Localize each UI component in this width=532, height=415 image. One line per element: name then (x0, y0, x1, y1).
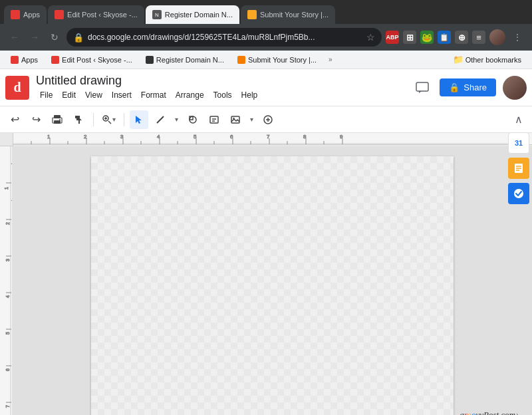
side-panel: 31 (505, 130, 532, 207)
browser-window: Apps Edit Post ‹ Skyose -... N Register … (0, 0, 532, 415)
bookmark-register[interactable]: Register Domain N... (142, 55, 228, 65)
line-dropdown[interactable]: ▾ (172, 114, 181, 124)
svg-text:3: 3 (120, 134, 124, 140)
select-tool[interactable] (130, 110, 148, 129)
svg-text:9: 9 (340, 134, 343, 140)
ext-icon4[interactable]: 📋 (438, 31, 451, 44)
svg-text:7: 7 (267, 134, 270, 140)
bookmark-apps[interactable]: Apps (7, 55, 42, 65)
shape-tool[interactable] (184, 110, 202, 129)
toolbar: ↩ ↪ ▾ (0, 106, 532, 133)
svg-line-6 (108, 121, 111, 124)
ext-abp[interactable]: ABP (386, 31, 399, 44)
svg-text:6: 6 (230, 134, 233, 140)
folder-icon: 📁 (453, 55, 464, 65)
nav-bar: ← → ↻ 🔒 docs.google.com/drawings/d/12596… (0, 24, 532, 51)
line-caret-icon: ▾ (175, 116, 178, 123)
svg-rect-12 (210, 116, 218, 123)
canvas-with-ruler: 1 2 3 4 5 6 7 (0, 146, 532, 415)
image-tool[interactable] (226, 110, 245, 129)
svg-line-9 (157, 116, 164, 123)
bookmark-editpost[interactable]: Edit Post ‹ Skyose -... (47, 55, 136, 65)
paint-format-button[interactable] (69, 110, 88, 129)
textbox-tool[interactable] (205, 110, 223, 129)
menu-format[interactable]: Format (137, 89, 170, 101)
svg-text:8: 8 (303, 134, 307, 140)
menu-help[interactable]: Help (237, 89, 262, 101)
menu-insert[interactable]: Insert (108, 89, 136, 101)
menu-file[interactable]: File (36, 89, 57, 101)
svg-point-4 (59, 119, 61, 120)
other-bookmarks-folder[interactable]: 📁 Other bookmarks (449, 53, 525, 66)
toolbar-separator2 (124, 113, 124, 126)
svg-text:5: 5 (5, 332, 10, 335)
menu-dots[interactable]: ⋮ (509, 29, 525, 45)
svg-text:1: 1 (47, 134, 51, 140)
bookmarks-more[interactable]: » (329, 56, 332, 63)
calendar-side-icon[interactable]: 31 (508, 132, 529, 154)
canvas-checkerboard (91, 156, 454, 415)
nav-right: ABP ⊞ 🐸 📋 ⊕ ≡ ⋮ (386, 29, 525, 45)
tab-apps[interactable]: Apps (4, 5, 47, 24)
ext-icon6[interactable]: ≡ (472, 31, 485, 44)
drawing-canvas[interactable] (91, 156, 454, 415)
share-label: Share (464, 82, 487, 92)
svg-rect-3 (54, 120, 61, 124)
ext-icon3[interactable]: 🐸 (420, 31, 434, 44)
app-header: d Untitled drawing File Edit View Insert… (0, 69, 532, 106)
forward-button[interactable]: → (27, 29, 43, 45)
share-button[interactable]: 🔒 Share (440, 78, 496, 96)
line-tool[interactable] (151, 110, 170, 129)
image-caret-icon: ▾ (250, 116, 253, 123)
app-menu: File Edit View Insert Format Arrange Too… (36, 89, 412, 101)
user-avatar[interactable] (489, 29, 505, 45)
tasks-side-icon[interactable] (508, 183, 529, 204)
watermark: groovyPost.com› (460, 409, 519, 415)
zoom-caret: ▾ (112, 116, 116, 123)
menu-arrange[interactable]: Arrange (172, 89, 208, 101)
back-button[interactable]: ← (7, 29, 23, 45)
tab-register[interactable]: N Register Domain N... (146, 5, 239, 24)
svg-rect-49 (0, 146, 12, 415)
svg-text:5: 5 (194, 134, 197, 140)
logo-char: d (13, 80, 21, 95)
ruler-area: 1 2 3 4 5 6 7 8 9 (0, 133, 532, 415)
svg-rect-0 (416, 82, 428, 91)
bookmarks-bar: Apps Edit Post ‹ Skyose -... Register Do… (0, 51, 532, 69)
more-tool[interactable] (259, 110, 277, 129)
menu-view[interactable]: View (81, 89, 106, 101)
svg-text:6: 6 (5, 368, 10, 371)
ext-icon5[interactable]: ⊕ (455, 31, 468, 44)
ruler-vertical: 1 2 3 4 5 6 7 (0, 146, 12, 415)
app-logo: d (5, 76, 29, 100)
document-title[interactable]: Untitled drawing (36, 74, 412, 88)
chat-button[interactable] (412, 77, 433, 98)
print-button[interactable] (48, 110, 66, 129)
notes-side-icon[interactable] (508, 158, 529, 179)
undo-button[interactable]: ↩ (5, 110, 24, 129)
app-title-area: Untitled drawing File Edit View Insert F… (36, 74, 412, 101)
svg-text:4: 4 (157, 134, 160, 140)
account-avatar[interactable] (503, 76, 527, 100)
svg-text:3: 3 (5, 259, 10, 261)
menu-edit[interactable]: Edit (58, 89, 80, 101)
menu-tools[interactable]: Tools (209, 89, 236, 101)
header-right: 🔒 Share (412, 76, 527, 100)
svg-rect-20 (13, 133, 519, 145)
address-bar[interactable]: 🔒 docs.google.com/drawings/d/1259625TE4L… (66, 28, 382, 47)
svg-text:4: 4 (5, 295, 10, 298)
zoom-control[interactable]: ▾ (99, 113, 118, 126)
drawing-area[interactable]: groovyPost.com› (12, 146, 532, 415)
bookmark-submit[interactable]: Submit Your Story |... (233, 55, 321, 65)
redo-button[interactable]: ↪ (27, 110, 45, 129)
ruler-corner (0, 133, 13, 146)
reload-button[interactable]: ↻ (47, 29, 63, 45)
ext-icon2[interactable]: ⊞ (403, 31, 416, 44)
lock-icon: 🔒 (73, 33, 84, 43)
tab-submit[interactable]: Submit Your Story |... (241, 5, 335, 24)
image-dropdown[interactable]: ▾ (247, 114, 256, 124)
tab-editpost[interactable]: Edit Post ‹ Skyose -... (48, 5, 144, 24)
toolbar-collapse-button[interactable]: ∧ (511, 112, 527, 128)
svg-text:7: 7 (5, 405, 10, 408)
share-lock-icon: 🔒 (449, 82, 460, 92)
